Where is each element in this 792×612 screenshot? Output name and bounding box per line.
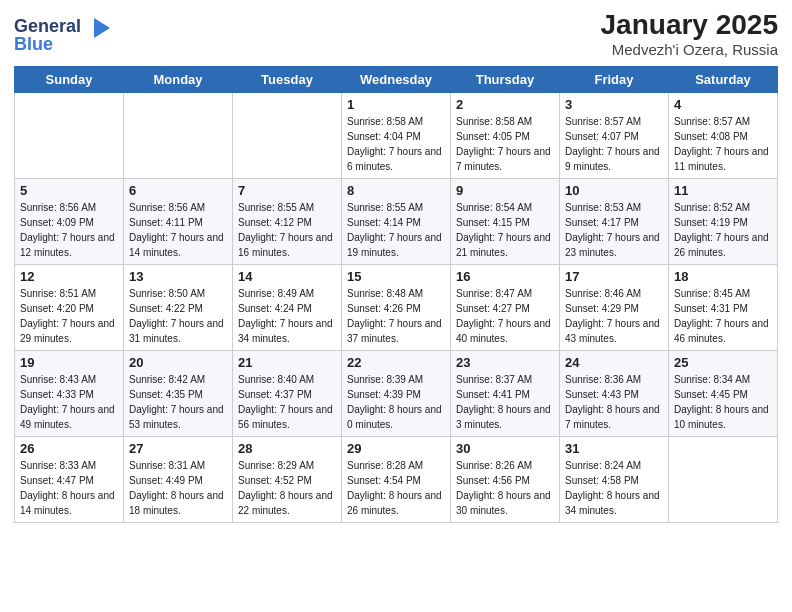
table-row: 2Sunrise: 8:58 AMSunset: 4:05 PMDaylight… — [451, 93, 560, 179]
page-title: January 2025 — [601, 10, 778, 41]
day-number: 16 — [456, 269, 554, 284]
title-block: January 2025 Medvezh'i Ozera, Russia — [601, 10, 778, 58]
svg-text:Blue: Blue — [14, 34, 53, 54]
table-row: 15Sunrise: 8:48 AMSunset: 4:26 PMDayligh… — [342, 265, 451, 351]
day-info: Sunrise: 8:39 AMSunset: 4:39 PMDaylight:… — [347, 372, 445, 432]
table-row: 11Sunrise: 8:52 AMSunset: 4:19 PMDayligh… — [669, 179, 778, 265]
day-number: 25 — [674, 355, 772, 370]
table-row: 29Sunrise: 8:28 AMSunset: 4:54 PMDayligh… — [342, 437, 451, 523]
day-number: 28 — [238, 441, 336, 456]
header: General Blue January 2025 Medvezh'i Ozer… — [14, 10, 778, 58]
day-number: 3 — [565, 97, 663, 112]
day-info: Sunrise: 8:58 AMSunset: 4:05 PMDaylight:… — [456, 114, 554, 174]
day-info: Sunrise: 8:43 AMSunset: 4:33 PMDaylight:… — [20, 372, 118, 432]
col-sunday: Sunday — [15, 67, 124, 93]
calendar-week-5: 26Sunrise: 8:33 AMSunset: 4:47 PMDayligh… — [15, 437, 778, 523]
table-row: 13Sunrise: 8:50 AMSunset: 4:22 PMDayligh… — [124, 265, 233, 351]
table-row: 7Sunrise: 8:55 AMSunset: 4:12 PMDaylight… — [233, 179, 342, 265]
day-info: Sunrise: 8:58 AMSunset: 4:04 PMDaylight:… — [347, 114, 445, 174]
table-row: 22Sunrise: 8:39 AMSunset: 4:39 PMDayligh… — [342, 351, 451, 437]
day-number: 18 — [674, 269, 772, 284]
day-number: 21 — [238, 355, 336, 370]
day-info: Sunrise: 8:45 AMSunset: 4:31 PMDaylight:… — [674, 286, 772, 346]
day-info: Sunrise: 8:55 AMSunset: 4:14 PMDaylight:… — [347, 200, 445, 260]
day-info: Sunrise: 8:24 AMSunset: 4:58 PMDaylight:… — [565, 458, 663, 518]
day-number: 4 — [674, 97, 772, 112]
table-row: 25Sunrise: 8:34 AMSunset: 4:45 PMDayligh… — [669, 351, 778, 437]
day-number: 13 — [129, 269, 227, 284]
calendar-header-row: Sunday Monday Tuesday Wednesday Thursday… — [15, 67, 778, 93]
day-number: 23 — [456, 355, 554, 370]
table-row: 10Sunrise: 8:53 AMSunset: 4:17 PMDayligh… — [560, 179, 669, 265]
page-subtitle: Medvezh'i Ozera, Russia — [601, 41, 778, 58]
day-info: Sunrise: 8:57 AMSunset: 4:08 PMDaylight:… — [674, 114, 772, 174]
table-row: 3Sunrise: 8:57 AMSunset: 4:07 PMDaylight… — [560, 93, 669, 179]
day-info: Sunrise: 8:33 AMSunset: 4:47 PMDaylight:… — [20, 458, 118, 518]
day-number: 8 — [347, 183, 445, 198]
day-info: Sunrise: 8:52 AMSunset: 4:19 PMDaylight:… — [674, 200, 772, 260]
day-info: Sunrise: 8:42 AMSunset: 4:35 PMDaylight:… — [129, 372, 227, 432]
table-row: 17Sunrise: 8:46 AMSunset: 4:29 PMDayligh… — [560, 265, 669, 351]
day-number: 17 — [565, 269, 663, 284]
table-row: 24Sunrise: 8:36 AMSunset: 4:43 PMDayligh… — [560, 351, 669, 437]
table-row — [15, 93, 124, 179]
day-info: Sunrise: 8:31 AMSunset: 4:49 PMDaylight:… — [129, 458, 227, 518]
day-info: Sunrise: 8:48 AMSunset: 4:26 PMDaylight:… — [347, 286, 445, 346]
table-row — [669, 437, 778, 523]
day-number: 27 — [129, 441, 227, 456]
day-number: 5 — [20, 183, 118, 198]
col-saturday: Saturday — [669, 67, 778, 93]
table-row: 31Sunrise: 8:24 AMSunset: 4:58 PMDayligh… — [560, 437, 669, 523]
calendar-table: Sunday Monday Tuesday Wednesday Thursday… — [14, 66, 778, 523]
calendar-week-1: 1Sunrise: 8:58 AMSunset: 4:04 PMDaylight… — [15, 93, 778, 179]
table-row — [124, 93, 233, 179]
day-info: Sunrise: 8:26 AMSunset: 4:56 PMDaylight:… — [456, 458, 554, 518]
day-info: Sunrise: 8:50 AMSunset: 4:22 PMDaylight:… — [129, 286, 227, 346]
page: General Blue January 2025 Medvezh'i Ozer… — [0, 0, 792, 612]
day-info: Sunrise: 8:36 AMSunset: 4:43 PMDaylight:… — [565, 372, 663, 432]
col-friday: Friday — [560, 67, 669, 93]
table-row: 6Sunrise: 8:56 AMSunset: 4:11 PMDaylight… — [124, 179, 233, 265]
day-number: 2 — [456, 97, 554, 112]
day-info: Sunrise: 8:54 AMSunset: 4:15 PMDaylight:… — [456, 200, 554, 260]
day-number: 26 — [20, 441, 118, 456]
table-row: 5Sunrise: 8:56 AMSunset: 4:09 PMDaylight… — [15, 179, 124, 265]
table-row: 21Sunrise: 8:40 AMSunset: 4:37 PMDayligh… — [233, 351, 342, 437]
col-wednesday: Wednesday — [342, 67, 451, 93]
svg-text:General: General — [14, 16, 81, 36]
calendar-week-2: 5Sunrise: 8:56 AMSunset: 4:09 PMDaylight… — [15, 179, 778, 265]
table-row: 9Sunrise: 8:54 AMSunset: 4:15 PMDaylight… — [451, 179, 560, 265]
table-row: 28Sunrise: 8:29 AMSunset: 4:52 PMDayligh… — [233, 437, 342, 523]
day-number: 10 — [565, 183, 663, 198]
day-number: 30 — [456, 441, 554, 456]
table-row: 26Sunrise: 8:33 AMSunset: 4:47 PMDayligh… — [15, 437, 124, 523]
calendar-week-4: 19Sunrise: 8:43 AMSunset: 4:33 PMDayligh… — [15, 351, 778, 437]
day-info: Sunrise: 8:34 AMSunset: 4:45 PMDaylight:… — [674, 372, 772, 432]
table-row: 23Sunrise: 8:37 AMSunset: 4:41 PMDayligh… — [451, 351, 560, 437]
table-row: 16Sunrise: 8:47 AMSunset: 4:27 PMDayligh… — [451, 265, 560, 351]
day-number: 20 — [129, 355, 227, 370]
col-tuesday: Tuesday — [233, 67, 342, 93]
day-info: Sunrise: 8:29 AMSunset: 4:52 PMDaylight:… — [238, 458, 336, 518]
day-number: 22 — [347, 355, 445, 370]
day-number: 29 — [347, 441, 445, 456]
svg-marker-1 — [94, 18, 110, 38]
table-row: 14Sunrise: 8:49 AMSunset: 4:24 PMDayligh… — [233, 265, 342, 351]
table-row: 19Sunrise: 8:43 AMSunset: 4:33 PMDayligh… — [15, 351, 124, 437]
day-info: Sunrise: 8:55 AMSunset: 4:12 PMDaylight:… — [238, 200, 336, 260]
day-number: 31 — [565, 441, 663, 456]
calendar-week-3: 12Sunrise: 8:51 AMSunset: 4:20 PMDayligh… — [15, 265, 778, 351]
day-info: Sunrise: 8:40 AMSunset: 4:37 PMDaylight:… — [238, 372, 336, 432]
day-info: Sunrise: 8:53 AMSunset: 4:17 PMDaylight:… — [565, 200, 663, 260]
day-number: 24 — [565, 355, 663, 370]
day-number: 14 — [238, 269, 336, 284]
day-info: Sunrise: 8:49 AMSunset: 4:24 PMDaylight:… — [238, 286, 336, 346]
day-number: 15 — [347, 269, 445, 284]
col-monday: Monday — [124, 67, 233, 93]
day-info: Sunrise: 8:47 AMSunset: 4:27 PMDaylight:… — [456, 286, 554, 346]
table-row: 12Sunrise: 8:51 AMSunset: 4:20 PMDayligh… — [15, 265, 124, 351]
table-row: 20Sunrise: 8:42 AMSunset: 4:35 PMDayligh… — [124, 351, 233, 437]
table-row: 18Sunrise: 8:45 AMSunset: 4:31 PMDayligh… — [669, 265, 778, 351]
table-row: 1Sunrise: 8:58 AMSunset: 4:04 PMDaylight… — [342, 93, 451, 179]
table-row: 30Sunrise: 8:26 AMSunset: 4:56 PMDayligh… — [451, 437, 560, 523]
